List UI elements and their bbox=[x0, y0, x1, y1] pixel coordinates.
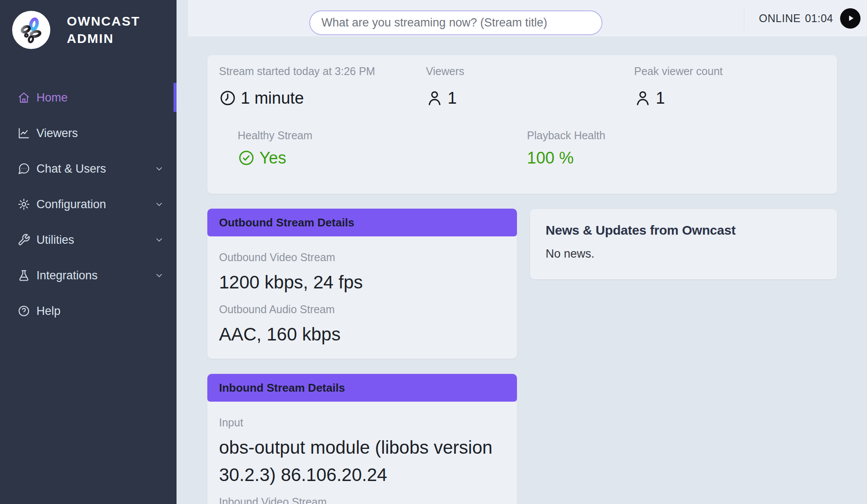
healthy-stream-label: Healthy Stream bbox=[238, 129, 312, 142]
check-circle-icon bbox=[238, 149, 255, 167]
inbound-card-title: Inbound Stream Details bbox=[219, 381, 345, 395]
stream-play-button[interactable] bbox=[840, 8, 860, 29]
outbound-audio-label: Outbound Audio Stream bbox=[219, 303, 505, 316]
stream-duration-stat: Stream started today at 3:26 PM 1 minute bbox=[219, 65, 375, 108]
viewers-label: Viewers bbox=[426, 65, 464, 78]
flask-icon bbox=[17, 269, 30, 282]
sidebar-menu: Home Viewers Chat & User bbox=[0, 80, 177, 329]
outbound-video-value: 1200 kbps, 24 fps bbox=[219, 268, 505, 296]
stream-status-area: ONLINE01:04 bbox=[744, 0, 860, 36]
sidebar-item-viewers[interactable]: Viewers bbox=[0, 115, 177, 151]
owncast-logo bbox=[12, 11, 50, 49]
news-card-title: News & Updates from Owncast bbox=[546, 223, 821, 238]
playback-health-value: 100 % bbox=[527, 148, 605, 168]
brand-title-line1: OWNCAST bbox=[67, 13, 140, 30]
peak-viewers-label: Peak viewer count bbox=[634, 65, 723, 78]
chevron-down-icon bbox=[154, 235, 164, 245]
online-status-label: ONLINE bbox=[759, 12, 801, 24]
gear-icon bbox=[17, 198, 30, 211]
brand-title-line2: ADMIN bbox=[67, 30, 140, 47]
chat-bubble-icon bbox=[17, 162, 30, 175]
question-circle-icon bbox=[17, 304, 30, 317]
line-chart-icon bbox=[17, 127, 30, 140]
active-item-indicator bbox=[173, 83, 177, 112]
play-icon bbox=[845, 13, 856, 24]
playback-health-label: Playback Health bbox=[527, 129, 605, 142]
stream-title-input[interactable] bbox=[309, 10, 602, 35]
viewers-value: 1 bbox=[426, 88, 464, 108]
brand-title: OWNCAST ADMIN bbox=[67, 13, 140, 47]
outbound-card-body: Outbound Video Stream 1200 kbps, 24 fps … bbox=[207, 236, 517, 359]
peak-viewers-stat: Peak viewer count 1 bbox=[634, 65, 723, 108]
healthy-stream-value: Yes bbox=[238, 148, 312, 168]
home-icon bbox=[17, 91, 30, 104]
news-card: News & Updates from Owncast No news. bbox=[530, 209, 837, 279]
sidebar-item-utilities[interactable]: Utilities bbox=[0, 222, 177, 258]
sidebar-item-integrations[interactable]: Integrations bbox=[0, 258, 177, 293]
sidebar-item-label: Utilities bbox=[36, 233, 74, 247]
outbound-video-label: Outbound Video Stream bbox=[219, 251, 505, 264]
inbound-card-header: Inbound Stream Details bbox=[207, 374, 517, 402]
brand: OWNCAST ADMIN bbox=[0, 0, 177, 49]
sidebar-item-label: Configuration bbox=[36, 198, 106, 211]
sidebar-item-home[interactable]: Home bbox=[0, 80, 177, 115]
peak-viewers-value: 1 bbox=[634, 88, 723, 108]
stream-started-label: Stream started today at 3:26 PM bbox=[219, 65, 375, 78]
inbound-video-label: Inbound Video Stream bbox=[219, 495, 505, 504]
inbound-card-body: Input obs-output module (libobs version … bbox=[207, 402, 517, 504]
sidebar-item-label: Integrations bbox=[36, 269, 98, 282]
sidebar-item-label: Viewers bbox=[36, 127, 78, 140]
viewers-stat: Viewers 1 bbox=[426, 65, 464, 108]
stream-duration-value: 1 minute bbox=[219, 88, 375, 108]
online-uptime: 01:04 bbox=[805, 12, 833, 24]
sidebar-item-chat-users[interactable]: Chat & Users bbox=[0, 151, 177, 187]
owncast-logo-icon bbox=[16, 15, 46, 45]
online-status: ONLINE01:04 bbox=[759, 12, 833, 25]
sidebar-item-label: Help bbox=[36, 304, 61, 318]
sidebar-item-label: Home bbox=[36, 91, 68, 105]
header-divider bbox=[744, 6, 744, 31]
inbound-input-label: Input bbox=[219, 416, 505, 429]
outbound-card-title: Outbound Stream Details bbox=[219, 216, 354, 229]
outbound-audio-value: AAC, 160 kbps bbox=[219, 321, 505, 348]
user-icon bbox=[426, 89, 443, 107]
clock-icon bbox=[219, 89, 236, 107]
chevron-down-icon bbox=[154, 270, 164, 281]
sidebar-item-help[interactable]: Help bbox=[0, 293, 177, 329]
chevron-down-icon bbox=[154, 199, 164, 209]
chevron-down-icon bbox=[154, 164, 164, 174]
sidebar-item-label: Chat & Users bbox=[36, 162, 106, 176]
user-icon bbox=[634, 89, 651, 107]
sidebar: OWNCAST ADMIN Home Viewers bbox=[0, 0, 177, 504]
outbound-card-header: Outbound Stream Details bbox=[207, 209, 517, 236]
wrench-icon bbox=[17, 233, 30, 246]
owncast-admin-page: OWNCAST ADMIN Home Viewers bbox=[0, 0, 867, 504]
stream-stats-card: Stream started today at 3:26 PM 1 minute… bbox=[207, 55, 837, 194]
news-card-body: No news. bbox=[546, 247, 821, 261]
inbound-input-value: obs-output module (libobs version 30.2.3… bbox=[219, 434, 505, 488]
playback-health-stat: Playback Health 100 % bbox=[527, 129, 605, 168]
top-header: ONLINE01:04 bbox=[187, 0, 867, 36]
sidebar-item-configuration[interactable]: Configuration bbox=[0, 187, 177, 222]
healthy-stream-stat: Healthy Stream Yes bbox=[238, 129, 312, 168]
